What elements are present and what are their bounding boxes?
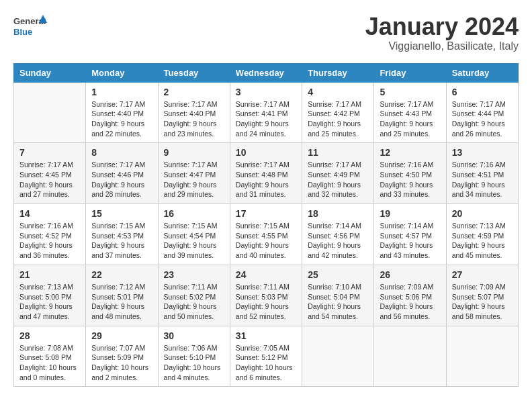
day-number: 14 (19, 208, 80, 219)
calendar-cell: 17Sunrise: 7:15 AMSunset: 4:55 PMDayligh… (230, 204, 302, 265)
day-number: 3 (236, 87, 296, 97)
header-saturday: Saturday (446, 63, 518, 82)
day-number: 22 (91, 269, 152, 280)
day-number: 28 (19, 330, 80, 341)
day-detail: Sunrise: 7:17 AMSunset: 4:44 PMDaylight:… (452, 99, 513, 139)
calendar-cell: 31Sunrise: 7:05 AMSunset: 5:12 PMDayligh… (230, 326, 302, 387)
logo-icon: General Blue (13, 13, 47, 43)
day-number: 8 (91, 147, 152, 158)
day-detail: Sunrise: 7:05 AMSunset: 5:12 PMDaylight:… (236, 343, 296, 383)
day-number: 9 (164, 147, 224, 158)
day-detail: Sunrise: 7:15 AMSunset: 4:53 PMDaylight:… (91, 221, 152, 261)
calendar-cell (14, 82, 86, 143)
day-number: 21 (19, 269, 80, 280)
day-number: 17 (236, 208, 296, 219)
day-number: 18 (308, 208, 368, 219)
calendar-cell: 24Sunrise: 7:11 AMSunset: 5:03 PMDayligh… (230, 265, 302, 326)
day-detail: Sunrise: 7:06 AMSunset: 5:10 PMDaylight:… (164, 343, 224, 383)
location-title: Viggianello, Basilicate, Italy (365, 40, 519, 52)
day-number: 26 (380, 269, 440, 280)
day-number: 27 (452, 269, 513, 280)
day-detail: Sunrise: 7:17 AMSunset: 4:40 PMDaylight:… (91, 99, 152, 139)
calendar-cell (302, 326, 374, 387)
calendar-week-row: 14Sunrise: 7:16 AMSunset: 4:52 PMDayligh… (14, 204, 519, 265)
day-detail: Sunrise: 7:17 AMSunset: 4:47 PMDaylight:… (164, 160, 224, 199)
day-detail: Sunrise: 7:13 AMSunset: 4:59 PMDaylight:… (452, 221, 513, 261)
calendar-cell: 21Sunrise: 7:13 AMSunset: 5:00 PMDayligh… (14, 265, 86, 326)
day-number: 7 (19, 147, 80, 158)
header-friday: Friday (374, 63, 446, 82)
header-wednesday: Wednesday (230, 63, 302, 82)
calendar-cell: 27Sunrise: 7:09 AMSunset: 5:07 PMDayligh… (446, 265, 518, 326)
title-area: January 2024 Viggianello, Basilicate, It… (365, 13, 519, 52)
day-detail: Sunrise: 7:14 AMSunset: 4:57 PMDaylight:… (380, 221, 440, 261)
day-detail: Sunrise: 7:17 AMSunset: 4:40 PMDaylight:… (164, 99, 224, 139)
calendar-week-row: 21Sunrise: 7:13 AMSunset: 5:00 PMDayligh… (14, 265, 519, 326)
day-detail: Sunrise: 7:17 AMSunset: 4:43 PMDaylight:… (380, 99, 440, 139)
page-header: General Blue January 2024 Viggianello, B… (13, 13, 519, 52)
day-number: 4 (308, 87, 368, 97)
calendar-cell: 7Sunrise: 7:17 AMSunset: 4:45 PMDaylight… (14, 143, 86, 204)
calendar-cell: 4Sunrise: 7:17 AMSunset: 4:42 PMDaylight… (302, 82, 374, 143)
day-number: 10 (236, 147, 296, 158)
day-detail: Sunrise: 7:14 AMSunset: 4:56 PMDaylight:… (308, 221, 368, 261)
day-number: 20 (452, 208, 513, 219)
day-detail: Sunrise: 7:15 AMSunset: 4:54 PMDaylight:… (164, 221, 224, 261)
day-number: 31 (236, 330, 296, 341)
day-number: 2 (164, 87, 224, 97)
day-number: 24 (236, 269, 296, 280)
day-detail: Sunrise: 7:16 AMSunset: 4:51 PMDaylight:… (452, 160, 513, 199)
day-number: 13 (452, 147, 513, 158)
day-detail: Sunrise: 7:09 AMSunset: 5:07 PMDaylight:… (452, 282, 513, 322)
month-title: January 2024 (365, 13, 519, 40)
calendar-cell: 6Sunrise: 7:17 AMSunset: 4:44 PMDaylight… (446, 82, 518, 143)
day-detail: Sunrise: 7:08 AMSunset: 5:08 PMDaylight:… (19, 343, 80, 383)
calendar-cell: 29Sunrise: 7:07 AMSunset: 5:09 PMDayligh… (86, 326, 158, 387)
calendar-cell: 30Sunrise: 7:06 AMSunset: 5:10 PMDayligh… (158, 326, 230, 387)
calendar-cell: 22Sunrise: 7:12 AMSunset: 5:01 PMDayligh… (86, 265, 158, 326)
calendar-table: SundayMondayTuesdayWednesdayThursdayFrid… (13, 63, 519, 387)
day-detail: Sunrise: 7:17 AMSunset: 4:42 PMDaylight:… (308, 99, 368, 139)
calendar-cell: 11Sunrise: 7:17 AMSunset: 4:49 PMDayligh… (302, 143, 374, 204)
calendar-cell: 15Sunrise: 7:15 AMSunset: 4:53 PMDayligh… (86, 204, 158, 265)
calendar-cell: 10Sunrise: 7:17 AMSunset: 4:48 PMDayligh… (230, 143, 302, 204)
header-thursday: Thursday (302, 63, 374, 82)
day-number: 30 (164, 330, 224, 341)
day-detail: Sunrise: 7:11 AMSunset: 5:03 PMDaylight:… (236, 282, 296, 322)
day-detail: Sunrise: 7:12 AMSunset: 5:01 PMDaylight:… (91, 282, 152, 322)
day-number: 19 (380, 208, 440, 219)
svg-text:Blue: Blue (13, 27, 32, 37)
calendar-week-row: 7Sunrise: 7:17 AMSunset: 4:45 PMDaylight… (14, 143, 519, 204)
day-number: 25 (308, 269, 368, 280)
calendar-cell: 28Sunrise: 7:08 AMSunset: 5:08 PMDayligh… (14, 326, 86, 387)
calendar-cell: 14Sunrise: 7:16 AMSunset: 4:52 PMDayligh… (14, 204, 86, 265)
calendar-cell: 20Sunrise: 7:13 AMSunset: 4:59 PMDayligh… (446, 204, 518, 265)
day-number: 6 (452, 87, 513, 97)
day-number: 11 (308, 147, 368, 158)
calendar-cell (446, 326, 518, 387)
calendar-cell: 25Sunrise: 7:10 AMSunset: 5:04 PMDayligh… (302, 265, 374, 326)
calendar-cell: 18Sunrise: 7:14 AMSunset: 4:56 PMDayligh… (302, 204, 374, 265)
day-detail: Sunrise: 7:17 AMSunset: 4:45 PMDaylight:… (19, 160, 80, 199)
day-detail: Sunrise: 7:15 AMSunset: 4:55 PMDaylight:… (236, 221, 296, 261)
header-tuesday: Tuesday (158, 63, 230, 82)
day-number: 23 (164, 269, 224, 280)
day-detail: Sunrise: 7:17 AMSunset: 4:48 PMDaylight:… (236, 160, 296, 199)
day-number: 16 (164, 208, 224, 219)
day-detail: Sunrise: 7:16 AMSunset: 4:50 PMDaylight:… (380, 160, 440, 199)
day-detail: Sunrise: 7:17 AMSunset: 4:41 PMDaylight:… (236, 99, 296, 139)
header-monday: Monday (86, 63, 158, 82)
day-detail: Sunrise: 7:13 AMSunset: 5:00 PMDaylight:… (19, 282, 80, 322)
calendar-cell: 9Sunrise: 7:17 AMSunset: 4:47 PMDaylight… (158, 143, 230, 204)
calendar-header-row: SundayMondayTuesdayWednesdayThursdayFrid… (14, 63, 519, 82)
day-detail: Sunrise: 7:11 AMSunset: 5:02 PMDaylight:… (164, 282, 224, 322)
calendar-cell: 13Sunrise: 7:16 AMSunset: 4:51 PMDayligh… (446, 143, 518, 204)
calendar-cell: 16Sunrise: 7:15 AMSunset: 4:54 PMDayligh… (158, 204, 230, 265)
day-detail: Sunrise: 7:17 AMSunset: 4:49 PMDaylight:… (308, 160, 368, 199)
calendar-cell: 26Sunrise: 7:09 AMSunset: 5:06 PMDayligh… (374, 265, 446, 326)
calendar-cell: 3Sunrise: 7:17 AMSunset: 4:41 PMDaylight… (230, 82, 302, 143)
calendar-cell (374, 326, 446, 387)
calendar-cell: 2Sunrise: 7:17 AMSunset: 4:40 PMDaylight… (158, 82, 230, 143)
calendar-cell: 23Sunrise: 7:11 AMSunset: 5:02 PMDayligh… (158, 265, 230, 326)
day-number: 5 (380, 87, 440, 97)
